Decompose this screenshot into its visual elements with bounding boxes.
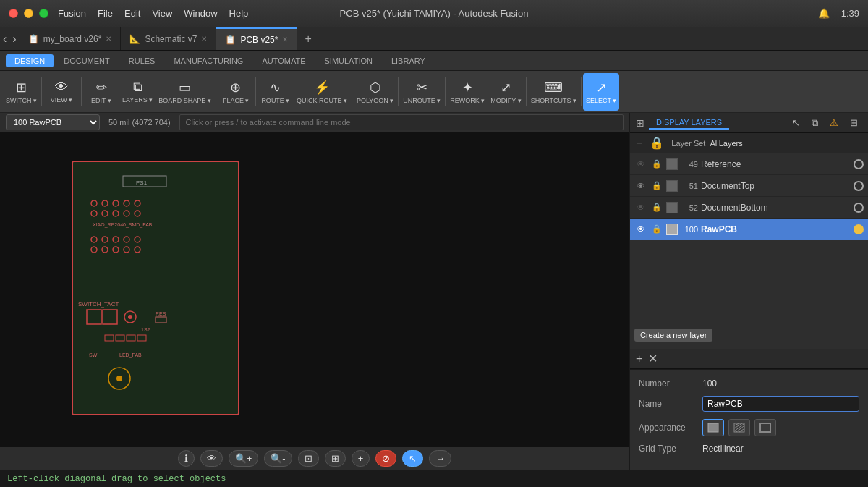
switch-icon: ⊞: [16, 80, 27, 96]
toolbar-polygon[interactable]: ⬡ POLYGON ▾: [354, 73, 396, 111]
menu-view[interactable]: View: [152, 8, 172, 19]
grid-icon: ⊞: [331, 453, 339, 464]
tab-pcb[interactable]: 📋 PCB v25* ✕: [216, 27, 297, 50]
toolbar-route[interactable]: ∿ ROUTE ▾: [258, 73, 294, 111]
toolbar-board-shape[interactable]: ▭ BOARD SHAPE ▾: [156, 73, 214, 111]
tab-manufacturing[interactable]: MANUFACTURING: [165, 54, 252, 67]
tab-my-board-close[interactable]: ✕: [106, 35, 111, 43]
prop-appearance-row: Appearance: [639, 419, 859, 436]
menu-window[interactable]: Window: [184, 8, 217, 19]
layer-row-49[interactable]: 👁 🔒 49 Reference: [630, 153, 868, 175]
layer-51-lock[interactable]: 🔒: [650, 179, 663, 192]
appearance-hatch-btn[interactable]: [728, 419, 750, 436]
toolbar-place[interactable]: ⊕ PLACE ▾: [218, 73, 254, 111]
layer-51-active[interactable]: [854, 181, 864, 191]
panel-warning-btn[interactable]: ⚠: [825, 115, 843, 131]
sep-2: [81, 77, 82, 106]
zoom-in-button[interactable]: 🔍+: [229, 450, 259, 467]
layer-52-lock[interactable]: 🔒: [650, 201, 663, 214]
layer-49-vis[interactable]: 👁: [634, 158, 647, 171]
tab-library[interactable]: LIBRARY: [383, 54, 434, 67]
layer-row-100[interactable]: 👁 🔒 100 RawPCB: [630, 219, 868, 240]
maximize-button[interactable]: [39, 9, 48, 18]
traffic-lights[interactable]: [9, 9, 48, 18]
visibility-button[interactable]: 👁: [200, 450, 223, 467]
toolbar-edit[interactable]: ✏ EDIT ▾: [83, 73, 119, 111]
layer-select[interactable]: 100 RawPCB: [6, 114, 100, 130]
layer-100-vis[interactable]: 👁: [634, 223, 647, 236]
toolbar-shortcuts[interactable]: ⌨ SHORTCUTS ▾: [528, 73, 579, 111]
layer-row-51[interactable]: 👁 🔒 51 DocumentTop: [630, 175, 868, 197]
layer-delete-button[interactable]: ✕: [648, 352, 658, 365]
sep-7: [445, 77, 446, 106]
stop-button[interactable]: ⊘: [375, 450, 396, 467]
minus-btn[interactable]: −: [636, 137, 642, 150]
notification-icon[interactable]: 🔔: [818, 8, 830, 19]
layer-52-vis[interactable]: 👁: [634, 201, 647, 214]
toolbar-rework[interactable]: ✦ REWORK ▾: [447, 73, 488, 111]
layer-52-color[interactable]: [666, 202, 678, 213]
tab-rules[interactable]: RULES: [120, 54, 164, 67]
rework-icon: ✦: [462, 80, 473, 96]
tab-automate[interactable]: AUTOMATE: [253, 54, 314, 67]
fit-button[interactable]: ⊡: [298, 450, 319, 467]
history-forward[interactable]: ›: [9, 31, 19, 47]
layer-add-button[interactable]: +: [636, 352, 642, 365]
edit-icon: ✏: [96, 80, 107, 96]
toolbar-select[interactable]: ↗ SELECT ▾: [583, 73, 619, 111]
appearance-outline-btn[interactable]: [754, 419, 776, 436]
panel-tab-display-layers[interactable]: DISPLAY LAYERS: [649, 117, 729, 130]
tab-my-board-icon: 📋: [28, 34, 39, 44]
tab-my-board[interactable]: 📋 my_board v26* ✕: [20, 27, 122, 50]
panel-grid-btn[interactable]: ⊞: [846, 115, 862, 131]
menu-edit[interactable]: Edit: [124, 8, 140, 19]
pcb-canvas[interactable]: PS1: [0, 132, 629, 470]
add-tab-button[interactable]: +: [297, 33, 318, 46]
tab-design[interactable]: DESIGN: [6, 54, 54, 67]
menu-help[interactable]: Help: [229, 8, 249, 19]
tab-pcb-close[interactable]: ✕: [282, 35, 288, 43]
lock-btn[interactable]: 🔒: [650, 136, 664, 150]
layer-100-color[interactable]: [666, 224, 678, 235]
zoom-out-button[interactable]: 🔍-: [264, 450, 292, 467]
toolbar-switch[interactable]: ⊞ SWITCH ▾: [3, 73, 40, 111]
tab-simulation[interactable]: SIMULATION: [316, 54, 381, 67]
menu-fusion[interactable]: Fusion: [58, 8, 86, 19]
toolbar-layers[interactable]: ⧉ LAYERS ▾: [119, 73, 156, 111]
layer-49-active[interactable]: [854, 159, 864, 169]
panel-grid-icon[interactable]: ⊞: [636, 117, 644, 129]
layer-52-active[interactable]: [854, 203, 864, 213]
toolbar-quick-route[interactable]: ⚡ QUICK ROUTE ▾: [294, 73, 350, 111]
appearance-solid-btn[interactable]: [702, 419, 724, 436]
place-label: PLACE ▾: [222, 97, 249, 104]
panel-copy-btn[interactable]: ⧉: [807, 115, 822, 131]
board-shape-label: BOARD SHAPE ▾: [158, 97, 211, 104]
tab-schematic-close[interactable]: ✕: [201, 35, 207, 43]
layer-100-active[interactable]: [854, 224, 864, 234]
layer-49-lock[interactable]: 🔒: [650, 158, 663, 171]
tab-document[interactable]: DOCUMENT: [55, 54, 119, 67]
toolbar-unroute[interactable]: ✂ UNROUTE ▾: [400, 73, 443, 111]
info-button[interactable]: ℹ: [178, 450, 195, 467]
toolbar-modify[interactable]: ⤢ MODIFY ▾: [488, 73, 524, 111]
close-button[interactable]: [9, 9, 18, 18]
coord-display: 50 mil (4072 704): [103, 117, 176, 128]
arrow-button[interactable]: →: [429, 450, 451, 467]
tab-schematic[interactable]: 📐 Schematic v7 ✕: [121, 27, 216, 50]
prop-name-input[interactable]: [702, 396, 859, 412]
history-back[interactable]: ‹: [0, 31, 9, 47]
add-button[interactable]: +: [352, 450, 370, 467]
layer-51-vis[interactable]: 👁: [634, 179, 647, 192]
pointer-button[interactable]: ↖: [402, 450, 423, 467]
command-input[interactable]: [179, 114, 624, 130]
layer-row-52[interactable]: 👁 🔒 52 DocumentBottom: [630, 197, 868, 219]
layer-100-lock[interactable]: 🔒: [650, 223, 663, 236]
grid-button[interactable]: ⊞: [325, 450, 346, 467]
menu-file[interactable]: File: [98, 8, 113, 19]
minimize-button[interactable]: [24, 9, 33, 18]
layer-51-color[interactable]: [666, 180, 678, 192]
panel-select-btn[interactable]: ↖: [788, 115, 804, 131]
mac-menu[interactable]: Fusion File Edit View Window Help: [58, 8, 248, 19]
layer-49-color[interactable]: [666, 158, 678, 170]
toolbar-view[interactable]: 👁 VIEW ▾: [43, 73, 80, 111]
